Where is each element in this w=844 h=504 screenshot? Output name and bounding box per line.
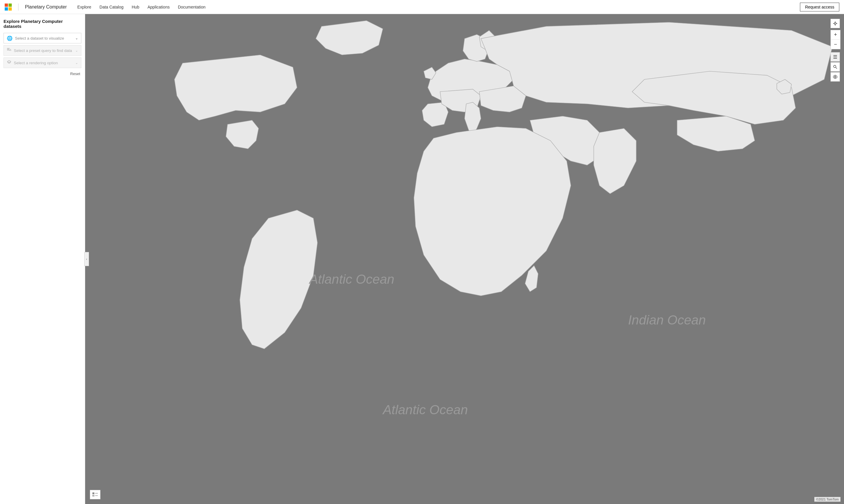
svg-point-10 [834,23,836,24]
preset-query-placeholder: Select a preset query to find data [14,49,75,53]
svg-point-18 [834,66,836,68]
map-copyright: ©2021 TomTom [814,497,841,502]
zoom-controls: + − [830,30,841,49]
dataset-dropdown[interactable]: 🌐 Select a dataset to visualize ⌄ [3,33,81,43]
indian-ocean-label: Indian Ocean [628,313,706,327]
svg-rect-15 [833,55,837,56]
header: Planetary Computer Explore Data Catalog … [0,0,844,14]
settings-map-button[interactable] [830,72,840,82]
globe-icon: 🌐 [7,36,13,41]
search-icon [833,65,838,69]
microsoft-logo-icon [5,3,12,11]
rendering-option-dropdown[interactable]: Select a rendering option ⌄ [3,57,81,68]
rendering-chevron-icon: ⌄ [75,61,78,65]
world-map: Atlantic Ocean Atlantic Ocean Indian Oce… [85,14,844,504]
svg-rect-4 [7,48,10,49]
svg-rect-1 [8,3,12,7]
svg-rect-17 [833,58,837,59]
svg-rect-0 [5,3,8,7]
atlantic-ocean-label: Atlantic Ocean [308,272,394,286]
query-icon [7,48,12,53]
layer-icon [833,55,838,59]
nav-hub[interactable]: Hub [128,3,143,11]
svg-rect-21 [92,492,94,494]
search-map-button[interactable] [830,62,840,72]
sidebar-title: Explore Planetary Computer datasets [3,19,81,29]
main-nav: Explore Data Catalog Hub Applications Do… [74,3,209,11]
zoom-in-button[interactable]: + [831,30,840,40]
svg-rect-22 [92,495,94,497]
svg-marker-8 [7,60,11,62]
map-area[interactable]: Atlantic Ocean Atlantic Ocean Indian Oce… [85,14,844,504]
request-access-button[interactable]: Request access [800,3,839,12]
rendering-placeholder: Select a rendering option [14,61,75,65]
logo-area: Planetary Computer [5,3,67,11]
nav-data-catalog[interactable]: Data Catalog [96,3,127,11]
layers-icon [7,60,12,66]
query-list-icon [7,48,12,52]
svg-point-20 [834,76,836,78]
svg-marker-7 [10,49,11,51]
svg-rect-16 [833,57,837,57]
svg-line-19 [836,68,837,69]
geolocate-icon [833,21,838,26]
layer-toggle-button[interactable] [830,52,840,61]
atlantic-ocean-bottom-label: Atlantic Ocean [382,402,468,417]
preset-chevron-icon: ⌄ [75,49,78,53]
nav-applications[interactable]: Applications [144,3,173,11]
chevron-down-icon: ⌄ [75,36,78,40]
reset-button[interactable]: Reset [69,71,81,76]
layers-stack-icon [7,60,12,65]
dataset-placeholder: Select a dataset to visualize [15,36,75,40]
svg-rect-3 [8,7,12,11]
legend-button[interactable] [90,490,100,499]
reset-row: Reset [3,71,81,76]
app-title: Planetary Computer [25,4,67,10]
nav-explore[interactable]: Explore [74,3,94,11]
svg-rect-5 [7,49,9,50]
zoom-out-button[interactable]: − [831,40,840,49]
legend-icon [92,492,98,497]
sidebar-collapse-button[interactable]: ‹ [84,252,89,266]
svg-rect-6 [7,50,10,51]
main-layout: Explore Planetary Computer datasets 🌐 Se… [0,14,844,504]
sidebar: Explore Planetary Computer datasets 🌐 Se… [0,14,85,504]
nav-documentation[interactable]: Documentation [174,3,209,11]
preset-query-dropdown[interactable]: Select a preset query to find data ⌄ [3,45,81,56]
map-controls: + − [830,19,841,82]
gear-icon [833,74,838,79]
geolocate-button[interactable] [830,19,840,28]
svg-rect-2 [5,7,8,11]
